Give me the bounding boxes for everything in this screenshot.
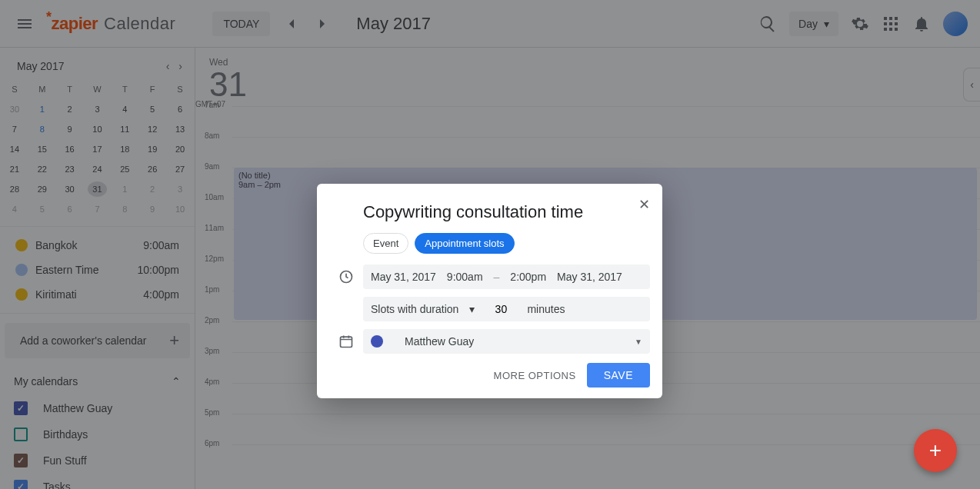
duration-label: Slots with duration [371,303,458,315]
calendar-owner: Matthew Guay [405,335,474,348]
clock-icon [329,269,363,284]
create-event-fab[interactable]: + [914,429,957,472]
event-title-input[interactable] [329,198,650,227]
duration-input[interactable] [485,303,516,315]
calendar-icon [329,334,363,349]
calendar-color-dot [371,335,383,348]
chevron-down-icon: ▾ [469,303,475,315]
end-date: May 31, 2017 [557,271,622,283]
chevron-down-icon: ▼ [635,338,642,346]
svg-rect-10 [341,337,352,347]
start-time: 9:00am [447,271,483,283]
end-time: 2:00pm [510,271,546,283]
type-event-pill[interactable]: Event [363,233,408,254]
type-appointment-slots-pill[interactable]: Appointment slots [415,233,514,254]
start-date: May 31, 2017 [371,271,436,283]
save-button[interactable]: SAVE [587,363,650,388]
more-options-button[interactable]: MORE OPTIONS [494,370,576,381]
close-icon[interactable]: ✕ [634,191,655,218]
duration-unit: minutes [527,303,565,315]
duration-field[interactable]: Slots with duration ▾ minutes [363,297,650,321]
time-range-field[interactable]: May 31, 2017 9:00am – 2:00pm May 31, 201… [363,264,650,289]
event-editor-modal: ✕ Event Appointment slots May 31, 2017 9… [317,184,662,398]
calendar-select[interactable]: Matthew Guay ▼ [363,329,650,354]
